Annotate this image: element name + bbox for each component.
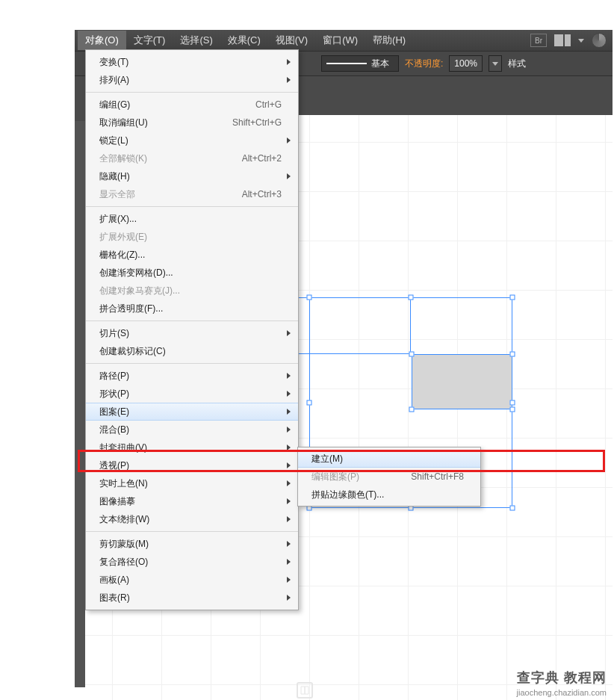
opacity-value: 100% xyxy=(454,58,477,69)
menu-perspective[interactable]: 透视(P) xyxy=(86,456,298,474)
menu-text-wrap[interactable]: 文本绕排(W) xyxy=(86,510,298,528)
menu-group[interactable]: 编组(G)Ctrl+G xyxy=(86,96,298,114)
menu-lock[interactable]: 锁定(L) xyxy=(86,131,298,149)
menu-pattern[interactable]: 图案(E) xyxy=(86,403,298,421)
bridge-icon[interactable]: Br xyxy=(530,34,547,47)
menu-live-paint[interactable]: 实时上色(N) xyxy=(86,474,298,492)
menu-type[interactable]: 文字(T) xyxy=(126,31,173,50)
menu-arrange[interactable]: 排列(A) xyxy=(86,71,298,89)
menu-artboards[interactable]: 画板(A) xyxy=(86,571,298,589)
menu-path[interactable]: 路径(P) xyxy=(86,367,298,385)
menu-gradient-mesh[interactable]: 创建渐变网格(D)... xyxy=(86,264,298,282)
opacity-dropdown[interactable] xyxy=(489,55,502,72)
menu-label: 效果(C) xyxy=(228,34,261,46)
menu-crop-marks[interactable]: 创建裁切标记(C) xyxy=(86,342,298,360)
stroke-preview-icon xyxy=(326,63,367,64)
menu-window[interactable]: 窗口(W) xyxy=(315,31,365,50)
submenu-tile-edge-color[interactable]: 拼贴边缘颜色(T)... xyxy=(298,486,480,504)
menu-label: 帮助(H) xyxy=(373,34,406,46)
object-menu-dropdown: 变换(T) 排列(A) 编组(G)Ctrl+G 取消编组(U)Shift+Ctr… xyxy=(85,49,299,610)
opacity-input[interactable]: 100% xyxy=(449,55,483,72)
menu-graph[interactable]: 图表(R) xyxy=(86,589,298,607)
stroke-style-select[interactable]: 基本 xyxy=(321,55,399,72)
menu-flatten-transparency[interactable]: 拼合透明度(F)... xyxy=(86,300,298,318)
style-label: 样式 xyxy=(508,58,526,70)
menu-label: 视图(V) xyxy=(276,34,308,46)
app-frame: 对象(O) 文字(T) 选择(S) 效果(C) 视图(V) 窗口(W) 帮助(H… xyxy=(75,30,613,687)
menu-object[interactable]: 对象(O) xyxy=(78,31,126,50)
toolbar-right: Br xyxy=(530,33,610,48)
menu-label: 文字(T) xyxy=(134,34,166,46)
menu-image-trace[interactable]: 图像描摹 xyxy=(86,492,298,510)
chevron-down-icon[interactable] xyxy=(578,39,584,43)
watermark-url: jiaocheng.chazidian.com xyxy=(517,688,607,697)
menubar: 对象(O) 文字(T) 选择(S) 效果(C) 视图(V) 窗口(W) 帮助(H… xyxy=(75,30,613,51)
watermark-right: 查字典 教程网 jiaocheng.chazidian.com xyxy=(517,669,607,697)
menu-clip-mask[interactable]: 剪切蒙版(M) xyxy=(86,535,298,553)
submenu-make[interactable]: 建立(M) xyxy=(298,450,480,468)
layout-icon[interactable] xyxy=(554,34,571,46)
menu-select[interactable]: 选择(S) xyxy=(173,31,220,50)
menu-object-mosaic: 创建对象马赛克(J)... xyxy=(86,282,298,300)
sync-icon[interactable] xyxy=(592,33,607,48)
logo-icon xyxy=(297,682,313,699)
menu-rasterize[interactable]: 栅格化(Z)... xyxy=(86,246,298,264)
menu-slice[interactable]: 切片(S) xyxy=(86,324,298,342)
menu-label: 选择(S) xyxy=(180,34,212,46)
menu-label: 对象(O) xyxy=(85,34,119,46)
menu-help[interactable]: 帮助(H) xyxy=(365,31,413,50)
menu-envelope[interactable]: 封套扭曲(V) xyxy=(86,439,298,456)
menu-effect[interactable]: 效果(C) xyxy=(220,31,268,50)
menu-show-all: 显示全部Alt+Ctrl+3 xyxy=(86,185,298,203)
watermark-title: 查字典 教程网 xyxy=(517,669,607,687)
menu-transform[interactable]: 变换(T) xyxy=(86,53,298,71)
menu-shape[interactable]: 形状(P) xyxy=(86,385,298,403)
menu-expand-appearance: 扩展外观(E) xyxy=(86,228,298,246)
menu-unlock-all: 全部解锁(K)Alt+Ctrl+2 xyxy=(86,149,298,167)
watermark-center xyxy=(297,682,317,699)
left-toolbar xyxy=(75,76,85,121)
pattern-submenu: 建立(M) 编辑图案(P)Shift+Ctrl+F8 拼贴边缘颜色(T)... xyxy=(297,447,481,507)
stroke-label: 基本 xyxy=(371,58,389,70)
menu-label: 窗口(W) xyxy=(323,34,358,46)
chevron-down-icon xyxy=(492,62,498,66)
menu-view[interactable]: 视图(V) xyxy=(268,31,315,50)
menu-hide[interactable]: 隐藏(H) xyxy=(86,167,298,185)
menu-ungroup[interactable]: 取消编组(U)Shift+Ctrl+G xyxy=(86,114,298,131)
menu-blend[interactable]: 混合(B) xyxy=(86,421,298,439)
submenu-edit-pattern: 编辑图案(P)Shift+Ctrl+F8 xyxy=(298,468,480,486)
menu-compound-path[interactable]: 复合路径(O) xyxy=(86,553,298,571)
menu-expand[interactable]: 扩展(X)... xyxy=(86,210,298,228)
opacity-label: 不透明度: xyxy=(405,58,443,70)
